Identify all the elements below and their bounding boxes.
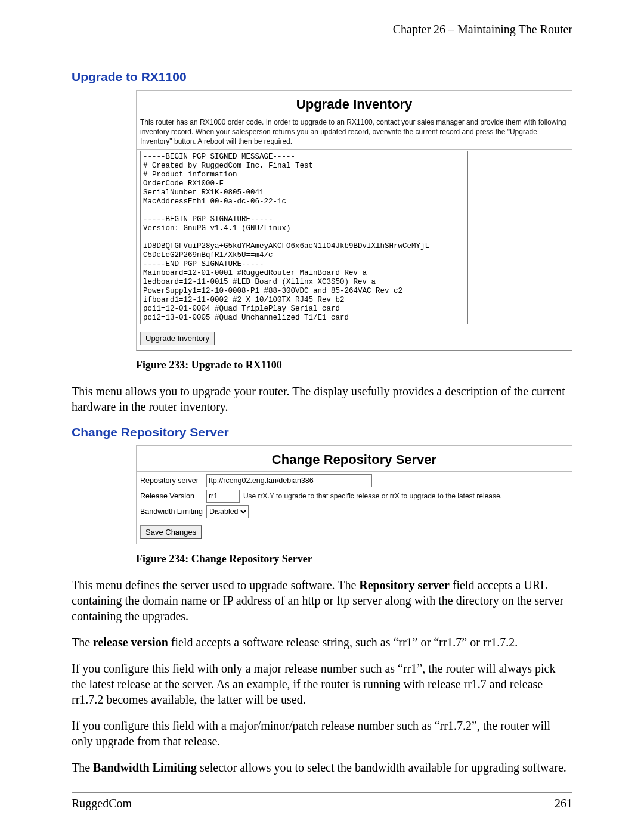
figure-233-caption: Figure 233: Upgrade to RX1100	[136, 359, 572, 371]
change-repo-panel: Change Repository Server Repository serv…	[136, 445, 572, 544]
section2-p5: The Bandwidth Limiting selector allows y…	[72, 760, 572, 775]
inventory-textarea[interactable]: -----BEGIN PGP SIGNED MESSAGE----- # Cre…	[140, 151, 468, 324]
footer-brand: RuggedCom	[72, 797, 132, 810]
section-upgrade-heading: Upgrade to RX1100	[72, 70, 572, 84]
section2-p1: This menu defines the server used to upg…	[72, 577, 572, 624]
upgrade-inventory-button[interactable]: Upgrade Inventory	[140, 332, 215, 345]
change-repo-form: Repository server Release Version Use rr…	[140, 473, 506, 519]
release-version-hint: Use rrX.Y to ugrade to that specific rel…	[243, 488, 506, 504]
section2-p3: If you configure this field with only a …	[72, 661, 572, 707]
upgrade-inventory-title: Upgrade Inventory	[137, 91, 572, 116]
release-version-label: Release Version	[140, 488, 206, 504]
section2-p2: The release version field accepts a soft…	[72, 634, 572, 650]
page-footer: RuggedCom 261	[72, 792, 572, 810]
section2-p4: If you configure this field with a major…	[72, 718, 572, 749]
divider	[137, 471, 572, 472]
footer-page-number: 261	[555, 797, 572, 810]
divider	[137, 149, 572, 150]
bandwidth-limiting-select[interactable]: Disabled	[206, 505, 249, 518]
repo-server-label: Repository server	[140, 473, 206, 488]
release-version-input[interactable]	[206, 490, 240, 503]
section-change-repo-heading: Change Repository Server	[72, 425, 572, 439]
repo-server-input[interactable]	[206, 474, 372, 487]
chapter-header: Chapter 26 – Maintaining The Router	[72, 23, 572, 36]
upgrade-inventory-panel: Upgrade Inventory This router has an RX1…	[136, 90, 572, 351]
figure-234-caption: Figure 234: Change Repository Server	[136, 553, 572, 565]
change-repo-title: Change Repository Server	[137, 446, 572, 471]
section1-body: This menu allows you to upgrade your rou…	[72, 383, 572, 414]
save-changes-button[interactable]: Save Changes	[140, 525, 202, 539]
bandwidth-limiting-label: Bandwidth Limiting	[140, 504, 206, 519]
upgrade-inventory-desc: This router has an RX1000 order code. In…	[137, 116, 572, 149]
